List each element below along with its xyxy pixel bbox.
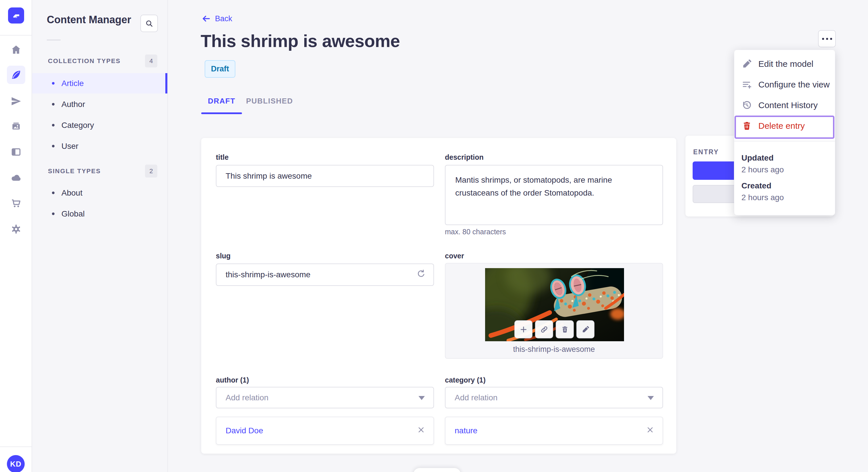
menu-item-content-history[interactable]: Content History bbox=[734, 95, 835, 115]
menu-item-label: Content History bbox=[758, 100, 818, 110]
gear-icon bbox=[11, 224, 22, 235]
sidebar-item-label: Author bbox=[61, 100, 85, 109]
cart-icon bbox=[11, 198, 22, 209]
menu-item-label: Configure the view bbox=[758, 80, 830, 90]
category-relation-select[interactable]: Add relation bbox=[445, 387, 663, 408]
layout-icon bbox=[11, 146, 22, 158]
cover-caption: this-shrimp-is-awesome bbox=[445, 345, 662, 354]
copy-link-button[interactable] bbox=[535, 320, 553, 338]
menu-item-label: Edit the model bbox=[758, 59, 813, 69]
single-types-header: SINGLE TYPES 2 bbox=[32, 165, 167, 177]
description-textarea[interactable]: Mantis shrimps, or stomatopods, are mari… bbox=[445, 165, 663, 225]
user-avatar[interactable]: KD bbox=[7, 455, 25, 472]
search-button[interactable] bbox=[141, 14, 158, 32]
select-placeholder: Add relation bbox=[455, 393, 497, 402]
author-relation-select[interactable]: Add relation bbox=[216, 387, 434, 408]
delete-media-button[interactable] bbox=[556, 320, 574, 338]
history-clock-icon bbox=[742, 100, 752, 110]
edit-pencil-icon bbox=[742, 59, 752, 69]
floating-panel-peek[interactable] bbox=[413, 468, 461, 472]
edit-media-button[interactable] bbox=[577, 320, 594, 338]
menu-item-configure-the-view[interactable]: Configure the view bbox=[734, 74, 835, 95]
entry-panel-title: ENTRY bbox=[693, 148, 719, 156]
bullet-icon bbox=[52, 82, 55, 85]
sidebar-item-about[interactable]: About bbox=[32, 183, 167, 203]
add-icon bbox=[519, 325, 528, 334]
strapi-logo-icon bbox=[11, 11, 21, 20]
icon-sidebar: KD bbox=[0, 0, 32, 472]
sidebar-item-global[interactable]: Global bbox=[32, 204, 167, 224]
edit-form-card: title This shrimp is awesome description… bbox=[201, 138, 676, 453]
sidebar-item-content-type-builder[interactable] bbox=[7, 143, 25, 161]
back-label: Back bbox=[215, 14, 232, 23]
trash-icon bbox=[561, 326, 569, 334]
bullet-icon bbox=[52, 145, 55, 147]
regenerate-icon[interactable] bbox=[416, 269, 426, 281]
section-label: COLLECTION TYPES bbox=[48, 57, 121, 65]
cover-field-label: cover bbox=[445, 252, 464, 260]
slug-input[interactable]: this-shrimp-is-awesome bbox=[216, 264, 434, 286]
add-media-button[interactable] bbox=[515, 320, 532, 338]
author-relation-item[interactable]: David Doe bbox=[216, 417, 434, 445]
sidebar-item-marketplace[interactable] bbox=[7, 194, 25, 212]
sidebar-item-label: User bbox=[61, 142, 79, 151]
media-images-icon bbox=[11, 121, 22, 132]
author-field-label: author (1) bbox=[216, 376, 249, 384]
remove-relation-icon[interactable] bbox=[417, 426, 425, 436]
bullet-icon bbox=[52, 212, 55, 215]
collection-types-header: COLLECTION TYPES 4 bbox=[32, 55, 167, 67]
sidebar-item-label: Category bbox=[61, 121, 94, 130]
section-label: SINGLE TYPES bbox=[48, 167, 101, 175]
link-icon bbox=[540, 325, 549, 334]
sidebar-item-author[interactable]: Author bbox=[32, 94, 167, 114]
updated-value: 2 hours ago bbox=[741, 164, 784, 175]
description-hint: max. 80 characters bbox=[445, 228, 506, 236]
more-options-menu: Edit the model Configure the view Conten… bbox=[734, 49, 835, 215]
bullet-icon bbox=[52, 192, 55, 194]
ellipsis-icon bbox=[830, 38, 832, 40]
title-input[interactable]: This shrimp is awesome bbox=[216, 165, 434, 187]
sidebar-item-content-manager[interactable] bbox=[7, 66, 25, 84]
updated-label: Updated bbox=[741, 152, 784, 164]
content-manager-sidebar: Content Manager COLLECTION TYPES 4 Artic… bbox=[32, 0, 168, 472]
tab-draft[interactable]: DRAFT bbox=[201, 95, 242, 107]
title-field-label: title bbox=[216, 153, 228, 162]
divider bbox=[734, 141, 835, 141]
divider bbox=[0, 446, 32, 447]
sidebar-item-media-library[interactable] bbox=[7, 117, 25, 136]
menu-item-delete-entry[interactable]: Delete entry bbox=[734, 115, 835, 136]
paper-plane-icon bbox=[11, 96, 22, 107]
sidebar-item-article[interactable]: Article bbox=[32, 73, 167, 94]
page-title: This shrimp is awesome bbox=[200, 31, 400, 51]
sidebar-item-deploy[interactable] bbox=[7, 169, 25, 187]
divider bbox=[0, 35, 32, 36]
category-field-label: category (1) bbox=[445, 376, 486, 384]
sidebar-item-settings[interactable] bbox=[7, 220, 25, 238]
status-badge: Draft bbox=[205, 60, 236, 78]
description-field-label: description bbox=[445, 153, 484, 162]
sidebar-item-category[interactable]: Category bbox=[32, 115, 167, 135]
count-badge: 2 bbox=[145, 165, 157, 177]
sidebar-item-home[interactable] bbox=[7, 40, 25, 59]
remove-relation-icon[interactable] bbox=[646, 426, 654, 436]
cloud-icon bbox=[11, 172, 22, 183]
menu-item-label: Delete entry bbox=[758, 121, 805, 131]
content-feather-icon bbox=[11, 69, 22, 80]
strapi-logo[interactable] bbox=[8, 7, 24, 24]
menu-item-edit-the-model[interactable]: Edit the model bbox=[734, 54, 835, 74]
category-relation-item[interactable]: nature bbox=[445, 417, 663, 445]
cover-field: this-shrimp-is-awesome bbox=[445, 263, 663, 359]
relation-link[interactable]: David Doe bbox=[226, 426, 263, 435]
sidebar-item-releases[interactable] bbox=[7, 92, 25, 110]
sidebar-item-label: Global bbox=[61, 209, 85, 218]
tab-published[interactable]: PUBLISHED bbox=[242, 95, 297, 107]
search-icon bbox=[145, 19, 154, 28]
cover-action-buttons bbox=[515, 320, 594, 338]
relation-link[interactable]: nature bbox=[455, 426, 477, 435]
back-link[interactable]: Back bbox=[201, 14, 232, 24]
ellipsis-icon bbox=[822, 38, 824, 40]
more-options-button[interactable] bbox=[818, 30, 836, 47]
sidebar-item-label: Article bbox=[61, 79, 84, 88]
sidebar-item-user[interactable]: User bbox=[32, 136, 167, 156]
count-badge: 4 bbox=[145, 55, 157, 67]
